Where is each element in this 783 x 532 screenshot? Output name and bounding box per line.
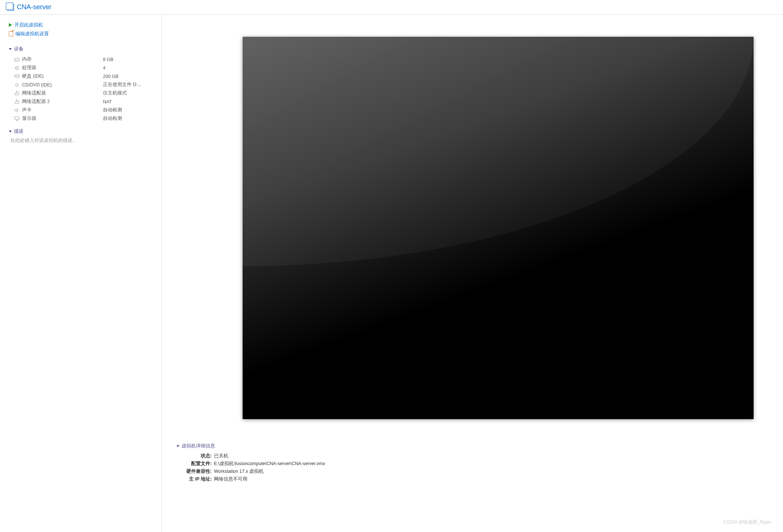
- cd-icon: [14, 82, 20, 88]
- vm-screen-preview[interactable]: [243, 37, 754, 419]
- tab-title: CNA-server: [17, 3, 51, 11]
- device-row[interactable]: 硬盘 (IDE)200 GB: [9, 72, 153, 81]
- detail-status-value: 已关机: [214, 453, 228, 459]
- detail-compat-row: 硬件兼容性: Workstation 17.x 虚拟机: [176, 468, 754, 475]
- device-row[interactable]: 网络适配器 2NAT: [9, 97, 153, 106]
- content-area: 虚拟机详细信息 状态: 已关机 配置文件: E:\虚拟机\fusioncompu…: [162, 15, 783, 532]
- section-description-header[interactable]: 描述: [9, 128, 153, 135]
- display-icon: [14, 116, 20, 121]
- vm-icon: [7, 4, 14, 11]
- detail-compat-label: 硬件兼容性:: [176, 468, 214, 475]
- disk-icon: [14, 74, 20, 79]
- detail-status-row: 状态: 已关机: [176, 452, 754, 460]
- device-name: 显示器: [22, 115, 103, 122]
- svg-rect-20: [15, 101, 19, 103]
- svg-point-16: [17, 84, 17, 85]
- chevron-down-icon: [9, 131, 12, 132]
- device-name: 声卡: [22, 107, 103, 113]
- section-devices-header[interactable]: 设备: [9, 46, 153, 52]
- device-row[interactable]: 处理器4: [9, 64, 153, 72]
- device-table: 内存8 GB处理器4硬盘 (IDE)200 GBCD/DVD (IDE)正在使用…: [9, 55, 153, 123]
- svg-point-14: [15, 75, 19, 76]
- power-on-button[interactable]: 开启此虚拟机: [9, 21, 153, 29]
- cpu-icon: [14, 65, 20, 71]
- detail-config-value: E:\虚拟机\fusioncompute\CNA-server\CNA-serv…: [214, 461, 325, 467]
- network-icon: [14, 99, 20, 104]
- device-value: 正在使用文件 D:...: [103, 82, 141, 88]
- watermark: CSDN @哈迪斯_Ryan: [723, 519, 771, 525]
- detail-config-row: 配置文件: E:\虚拟机\fusioncompute\CNA-server\CN…: [176, 460, 754, 468]
- detail-compat-value: Workstation 17.x 虚拟机: [214, 468, 264, 475]
- memory-icon: [14, 57, 20, 62]
- device-name: 内存: [22, 56, 103, 63]
- device-name: 网络适配器: [22, 90, 103, 96]
- device-value: 自动检测: [103, 107, 122, 113]
- device-value: 200 GB: [103, 74, 118, 79]
- chevron-down-icon: [176, 445, 179, 447]
- tab-vm[interactable]: CNA-server: [3, 1, 56, 13]
- section-description-title: 描述: [14, 128, 24, 135]
- detail-status-label: 状态:: [176, 453, 214, 459]
- chevron-down-icon: [9, 48, 12, 50]
- svg-rect-23: [15, 117, 19, 119]
- section-details-title: 虚拟机详细信息: [182, 443, 215, 449]
- main-layout: 开启此虚拟机 编辑虚拟机设置 设备 内存8 GB处理器4硬盘 (IDE)200 …: [0, 15, 783, 532]
- device-name: 处理器: [22, 65, 103, 71]
- device-value: 4: [103, 65, 106, 71]
- device-name: 硬盘 (IDE): [22, 73, 103, 79]
- play-icon: [9, 23, 12, 27]
- detail-ip-label: 主 IP 地址:: [176, 476, 214, 482]
- svg-rect-17: [15, 93, 19, 95]
- svg-rect-0: [15, 58, 19, 61]
- device-row[interactable]: 声卡自动检测: [9, 106, 153, 114]
- svg-point-15: [15, 83, 19, 86]
- edit-settings-label: 编辑虚拟机设置: [15, 31, 49, 37]
- device-value: 自动检测: [103, 115, 122, 122]
- sound-icon: [14, 108, 20, 113]
- network-icon: [14, 91, 20, 96]
- section-details-header[interactable]: 虚拟机详细信息: [176, 443, 754, 449]
- edit-settings-button[interactable]: 编辑虚拟机设置: [9, 29, 153, 38]
- device-row[interactable]: 内存8 GB: [9, 55, 153, 64]
- vm-details: 虚拟机详细信息 状态: 已关机 配置文件: E:\虚拟机\fusioncompu…: [176, 438, 754, 483]
- section-devices-title: 设备: [14, 46, 24, 52]
- device-value: 仅主机模式: [103, 90, 127, 96]
- tab-bar: CNA-server: [0, 0, 783, 15]
- device-value: NAT: [103, 99, 112, 104]
- svg-rect-5: [16, 67, 18, 69]
- power-on-label: 开启此虚拟机: [14, 22, 43, 28]
- detail-config-label: 配置文件:: [176, 461, 214, 467]
- device-name: 网络适配器 2: [22, 99, 103, 105]
- device-row[interactable]: 显示器自动检测: [9, 114, 153, 123]
- detail-ip-row: 主 IP 地址: 网络信息不可用: [176, 475, 754, 483]
- action-links: 开启此虚拟机 编辑虚拟机设置: [9, 21, 153, 38]
- device-row[interactable]: CD/DVD (IDE)正在使用文件 D:...: [9, 81, 153, 89]
- detail-ip-value: 网络信息不可用: [214, 476, 247, 482]
- edit-icon: [9, 31, 13, 36]
- device-name: CD/DVD (IDE): [22, 82, 103, 88]
- device-row[interactable]: 网络适配器仅主机模式: [9, 89, 153, 97]
- sidebar: 开启此虚拟机 编辑虚拟机设置 设备 内存8 GB处理器4硬盘 (IDE)200 …: [0, 15, 162, 532]
- device-value: 8 GB: [103, 57, 114, 62]
- description-placeholder[interactable]: 在此处键入对该虚拟机的描述。: [9, 138, 153, 144]
